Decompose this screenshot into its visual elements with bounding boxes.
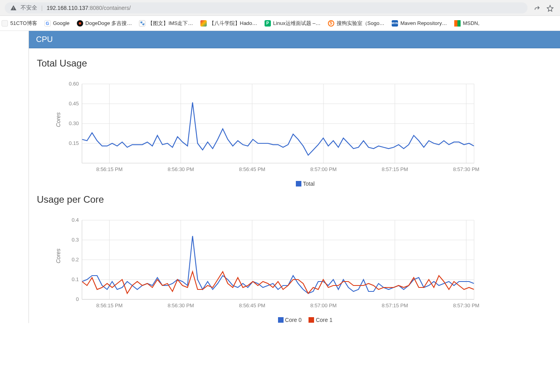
legend-swatch-total <box>296 181 301 186</box>
bookmarks-bar: 51CTO博客 GGoogle DogeDoge 多吉搜… 🐾【图文】IMS走下… <box>0 16 560 31</box>
url-port: :8080 <box>88 5 102 11</box>
bookmark-label: DogeDoge 多吉搜… <box>86 20 132 27</box>
bookmark-item[interactable]: S搜狗实验室（Sogo… <box>328 20 385 27</box>
url-path: /containers/ <box>102 5 131 11</box>
svg-text:8:56:15 PM: 8:56:15 PM <box>96 166 122 172</box>
bookmark-label: 搜狗实验室（Sogo… <box>337 20 385 27</box>
chart-legend: Total <box>54 179 550 187</box>
y-axis-label: Cores <box>54 212 62 299</box>
svg-text:8:57:30 PM: 8:57:30 PM <box>453 303 480 308</box>
legend-label: Core 0 <box>285 317 302 323</box>
bookmark-label: 【八斗学院】Hado… <box>209 20 257 27</box>
bookmark-label: 51CTO博客 <box>10 20 37 27</box>
security-label: 不安全 <box>21 4 37 11</box>
panel-title: CPU <box>36 35 53 44</box>
not-secure-icon <box>10 5 17 11</box>
svg-text:0.4: 0.4 <box>72 217 79 223</box>
y-axis-label: Cores <box>54 76 62 163</box>
chart-total-usage: Cores 8:56:15 PM8:56:30 PM8:56:45 PM8:57… <box>54 76 550 187</box>
svg-text:8:56:15 PM: 8:56:15 PM <box>96 303 122 308</box>
bookmark-label: 【图文】IMS走下… <box>148 20 193 27</box>
bookmark-item[interactable]: MVNMaven Repository… <box>392 20 447 27</box>
svg-text:0: 0 <box>76 296 79 302</box>
bookmark-label: Google <box>53 20 70 26</box>
svg-text:0.30: 0.30 <box>69 120 79 126</box>
svg-text:8:56:30 PM: 8:56:30 PM <box>168 303 194 308</box>
svg-text:0.60: 0.60 <box>69 81 79 87</box>
bookmark-item[interactable]: 【八斗学院】Hado… <box>200 20 257 27</box>
svg-text:0.1: 0.1 <box>72 276 79 282</box>
share-icon[interactable] <box>534 5 540 11</box>
chart-legend: Core 0 Core 1 <box>54 315 550 323</box>
svg-text:8:57:15 PM: 8:57:15 PM <box>382 303 408 308</box>
chart-per-core: Cores 8:56:15 PM8:56:30 PM8:56:45 PM8:57… <box>54 212 550 323</box>
svg-text:0.2: 0.2 <box>72 257 79 263</box>
panel-header-cpu: CPU <box>29 31 560 48</box>
svg-text:8:56:45 PM: 8:56:45 PM <box>239 166 265 172</box>
bookmark-label: MSDN, <box>463 20 480 26</box>
bookmark-item[interactable]: MSDN, <box>454 20 480 27</box>
bookmark-item[interactable]: 🐾【图文】IMS走下… <box>139 20 193 27</box>
bookmark-item[interactable]: 51CTO博客 <box>2 20 37 27</box>
url-pill[interactable]: 不安全 | 192.168.110.137 :8080 /containers/ <box>5 2 528 13</box>
bookmark-label: Maven Repository… <box>400 20 447 26</box>
svg-text:8:57:15 PM: 8:57:15 PM <box>382 166 408 172</box>
svg-text:8:57:00 PM: 8:57:00 PM <box>310 166 337 172</box>
legend-label: Total <box>303 181 315 187</box>
svg-text:0.15: 0.15 <box>69 140 79 146</box>
svg-text:8:57:00 PM: 8:57:00 PM <box>310 303 337 308</box>
svg-text:0.45: 0.45 <box>69 101 79 107</box>
url-host: 192.168.110.137 <box>47 5 88 11</box>
bookmark-item[interactable]: PLinux运维面试题 –… <box>265 20 321 27</box>
bookmark-label: Linux运维面试题 –… <box>273 20 321 27</box>
bookmark-star-icon[interactable] <box>547 5 553 11</box>
chart-svg: 8:56:15 PM8:56:30 PM8:56:45 PM8:57:00 PM… <box>62 212 482 315</box>
svg-text:0.3: 0.3 <box>72 237 79 243</box>
svg-text:8:57:30 PM: 8:57:30 PM <box>453 166 480 172</box>
legend-label: Core 1 <box>316 317 332 323</box>
svg-text:8:56:45 PM: 8:56:45 PM <box>239 303 265 308</box>
svg-text:8:56:30 PM: 8:56:30 PM <box>168 166 194 172</box>
legend-swatch-core0 <box>278 317 284 323</box>
bookmark-item[interactable]: GGoogle <box>44 20 70 27</box>
section-title-per-core: Usage per Core <box>37 194 550 205</box>
legend-swatch-core1 <box>309 317 314 323</box>
browser-address-bar: 不安全 | 192.168.110.137 :8080 /containers/ <box>0 0 560 16</box>
section-title-total-usage: Total Usage <box>37 58 550 69</box>
bookmark-item[interactable]: DogeDoge 多吉搜… <box>77 20 132 27</box>
chart-svg: 8:56:15 PM8:56:30 PM8:56:45 PM8:57:00 PM… <box>62 76 482 179</box>
